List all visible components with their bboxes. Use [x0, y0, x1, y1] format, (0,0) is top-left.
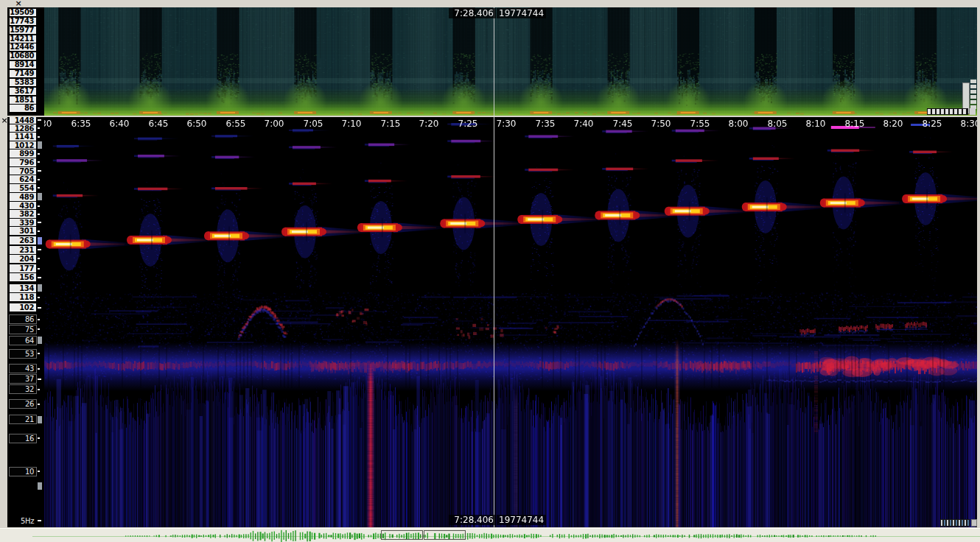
time-label: 8:10 [803, 119, 828, 129]
time-label: 6:40 [107, 119, 132, 129]
time-label: 6:55 [223, 119, 248, 129]
freq-label: 53 [9, 349, 37, 359]
scale-tick [38, 249, 41, 250]
time-label: 6:45 [146, 119, 171, 129]
time-label: 7:40 [571, 119, 596, 129]
zoom-segment[interactable] [950, 109, 953, 114]
zoom-segment[interactable] [965, 520, 966, 526]
zoom-segment[interactable] [967, 520, 969, 526]
freq-label: 64 [9, 336, 37, 345]
zoom-segment[interactable] [959, 520, 960, 526]
freq-label: 32 [9, 384, 37, 394]
scale-tick [38, 368, 40, 370]
cursor-sample-readout-high: 19774744 [497, 8, 546, 18]
cursor-line-low [494, 117, 494, 527]
freq-label: 5Hz [9, 516, 37, 526]
scale-tick [38, 222, 41, 223]
scale-slider-handle[interactable] [38, 482, 42, 490]
scale-slider-handle[interactable] [38, 337, 42, 344]
freq-label: 8914 [9, 60, 37, 69]
zoom-segment[interactable] [970, 85, 976, 88]
zoom-segment-column[interactable] [970, 80, 976, 109]
scale-slider-handle[interactable] [38, 193, 42, 200]
freq-label: 17743 [9, 17, 37, 26]
view-range-box-left[interactable] [381, 530, 423, 540]
zoom-segment[interactable] [941, 109, 944, 114]
time-label: 7:00 [262, 119, 287, 129]
time-label: 8:30 [958, 119, 977, 129]
freq-label: 21 [9, 415, 37, 424]
freq-label: 15977 [9, 26, 37, 35]
freq-label: 14211 [9, 35, 37, 43]
freq-label: 204 [9, 254, 37, 264]
freq-label: 37 [9, 374, 37, 384]
zoom-segment[interactable] [953, 520, 954, 526]
freq-label: 118 [9, 292, 37, 302]
scale-tick [38, 389, 40, 390]
time-label: 6:35 [69, 119, 94, 129]
time-label: 8:20 [881, 119, 906, 129]
zoom-segment[interactable] [962, 520, 963, 526]
zoom-segment[interactable] [956, 520, 957, 526]
scale-tick [38, 297, 40, 298]
freq-label: 5383 [9, 78, 37, 87]
spectrogram-high-canvas[interactable] [44, 7, 977, 116]
zoom-segment[interactable] [959, 109, 962, 114]
scale-slider-handle[interactable] [38, 237, 42, 244]
time-ruler: 6:306:356:406:456:506:557:007:057:107:15… [44, 117, 977, 132]
waveform-overview-strip[interactable] [0, 528, 980, 542]
scrollbar-corner[interactable] [971, 519, 977, 527]
scale-tick [38, 379, 41, 380]
time-label: 8:00 [726, 119, 751, 129]
zoom-segment[interactable] [928, 109, 931, 114]
freq-label: 7149 [9, 69, 37, 78]
horizontal-zoom-bar[interactable] [927, 108, 968, 115]
zoom-segment[interactable] [963, 109, 966, 114]
time-label: 7:20 [416, 119, 441, 129]
time-label: 7:25 [455, 119, 480, 129]
scrollbar-corner[interactable] [970, 108, 976, 115]
scale-tick [38, 437, 40, 439]
freq-label: 156 [9, 272, 37, 282]
close-pane-low-button[interactable]: × [0, 116, 9, 125]
freq-label: 75 [9, 325, 37, 334]
scale-tick [38, 161, 40, 163]
zoom-segment[interactable] [945, 109, 948, 114]
scale-tick [38, 404, 40, 405]
horizontal-zoom-bar[interactable] [940, 519, 970, 527]
overview-waveform-canvas[interactable] [0, 529, 980, 542]
zoom-segment[interactable] [970, 80, 976, 83]
scale-tick [38, 277, 41, 278]
freq-label: 12446 [9, 43, 37, 52]
zoom-segment[interactable] [970, 100, 976, 104]
time-label: 8:05 [765, 119, 790, 129]
time-label: 6:30 [44, 119, 55, 129]
close-pane-high-button[interactable]: × [14, 0, 23, 8]
scale-slider-handle[interactable] [38, 416, 42, 423]
zoom-segment[interactable] [970, 90, 976, 94]
cursor-sample-readout-low: 19774744 [497, 515, 546, 525]
freq-label: 26 [9, 399, 37, 409]
zoom-segment[interactable] [947, 520, 948, 526]
time-label: 7:55 [687, 119, 713, 129]
time-label: 8:25 [920, 119, 945, 129]
zoom-segment[interactable] [954, 109, 957, 114]
zoom-segment[interactable] [950, 520, 951, 526]
freq-label: 263 [9, 236, 37, 245]
view-range-box-right[interactable] [424, 530, 466, 540]
spectrogram-low-canvas[interactable] [44, 117, 977, 527]
zoom-segment[interactable] [932, 109, 935, 114]
scale-slider-handle[interactable] [38, 284, 42, 292]
zoom-segment[interactable] [970, 95, 976, 99]
freq-label: 102 [9, 303, 37, 312]
freq-label: 86 [9, 314, 37, 324]
zoom-segment[interactable] [944, 520, 945, 526]
time-label: 8:15 [842, 119, 867, 129]
scale-tick [38, 170, 41, 172]
time-label: 7:30 [494, 119, 519, 129]
time-label: 7:15 [378, 119, 403, 129]
freq-label: 86 [9, 104, 37, 113]
scale-slider-handle[interactable] [38, 141, 42, 149]
zoom-segment[interactable] [937, 109, 939, 114]
zoom-segment[interactable] [941, 520, 942, 526]
